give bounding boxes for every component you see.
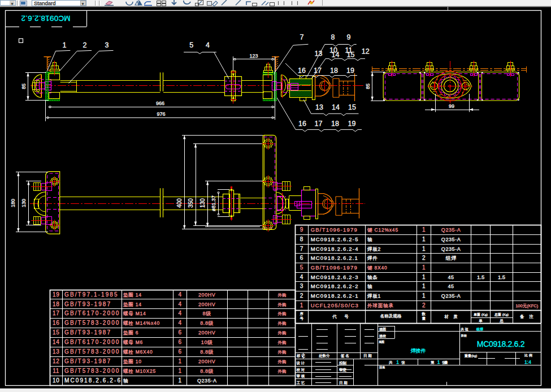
- svg-text:2: 2: [422, 255, 426, 261]
- svg-text:拟制: 拟制: [339, 361, 346, 365]
- svg-text:19: 19: [348, 120, 356, 128]
- svg-text:GB/T5783-2000: GB/T5783-2000: [64, 349, 120, 355]
- svg-text:MC0918.2.6.2-4: MC0918.2.6.2-4: [311, 246, 359, 252]
- svg-text:15: 15: [53, 329, 60, 336]
- svg-text:12: 12: [362, 47, 370, 55]
- svg-text:注: 注: [529, 314, 533, 319]
- svg-text:18: 18: [53, 301, 60, 307]
- svg-text:13: 13: [315, 103, 323, 111]
- svg-text:18: 18: [330, 67, 338, 75]
- svg-text:外购: 外购: [277, 359, 286, 364]
- svg-text:UCFL205/S0/C3: UCFL205/S0/C3: [311, 302, 359, 308]
- svg-text:单: 单: [479, 319, 483, 323]
- svg-text:2: 2: [300, 293, 303, 299]
- svg-text:数: 数: [422, 312, 426, 316]
- svg-text:8.8级: 8.8级: [200, 349, 214, 355]
- svg-text:13: 13: [315, 50, 323, 58]
- svg-text:4: 4: [179, 320, 182, 326]
- svg-text:350: 350: [188, 198, 194, 208]
- svg-text:键 C12%x45: 键 C12%x45: [367, 227, 398, 233]
- svg-text:45: 45: [448, 275, 454, 280]
- svg-text:2: 2: [422, 302, 426, 308]
- svg-text:18: 18: [331, 120, 339, 128]
- svg-text:85: 85: [365, 84, 371, 89]
- svg-text:序: 序: [300, 312, 304, 316]
- svg-text:轴: 轴: [367, 284, 372, 289]
- svg-text:GB/T5783-2000: GB/T5783-2000: [64, 320, 120, 326]
- svg-text:焊板1: 焊板1: [367, 293, 381, 299]
- svg-text:轴: 轴: [367, 237, 372, 242]
- svg-text:6: 6: [179, 329, 182, 336]
- svg-text:200HV: 200HV: [198, 330, 216, 336]
- svg-text:966: 966: [156, 101, 164, 106]
- svg-text:重量(kg): 重量(kg): [464, 354, 477, 358]
- svg-text:Q235-A: Q235-A: [441, 227, 461, 233]
- svg-text:垫圈 14: 垫圈 14: [123, 292, 142, 298]
- svg-text:MC0918.2.6.2-3: MC0918.2.6.2-3: [311, 274, 359, 280]
- svg-text:15: 15: [348, 103, 356, 111]
- svg-text:130: 130: [199, 198, 206, 208]
- svg-text:19: 19: [346, 67, 354, 75]
- svg-text:设 计: 设 计: [297, 361, 305, 365]
- svg-text:17: 17: [53, 310, 60, 316]
- svg-text:Q235-A: Q235-A: [441, 293, 461, 299]
- svg-text:外购: 外购: [277, 369, 286, 374]
- svg-text:100元(KFC): 100元(KFC): [515, 303, 539, 308]
- svg-text:3: 3: [300, 283, 303, 289]
- svg-text:外购: 外购: [277, 321, 286, 326]
- svg-text:外购: 外购: [277, 330, 286, 336]
- svg-text:8.8级: 8.8级: [200, 368, 214, 374]
- svg-text:8级: 8级: [203, 311, 211, 316]
- svg-text:1: 1: [422, 236, 426, 242]
- svg-text:Q235-A: Q235-A: [441, 237, 461, 242]
- svg-text:45: 45: [448, 284, 454, 289]
- svg-text:16: 16: [298, 67, 306, 75]
- svg-text:7: 7: [300, 33, 304, 41]
- svg-text:4: 4: [206, 41, 210, 49]
- svg-text:总重 (Kg): 总重 (Kg): [494, 312, 509, 316]
- svg-text:14: 14: [332, 103, 340, 111]
- svg-text:8.8级: 8.8级: [200, 320, 214, 326]
- svg-text:976: 976: [157, 111, 165, 117]
- svg-text:14: 14: [53, 339, 60, 345]
- svg-text:15: 15: [347, 51, 355, 59]
- svg-text:材: 材: [444, 314, 449, 319]
- svg-text:MC0918.2.6.2-1: MC0918.2.6.2-1: [311, 293, 359, 299]
- svg-text:名称及规格: 名称及规格: [380, 313, 402, 319]
- svg-text:第: 第: [431, 360, 435, 364]
- svg-text:螺栓 M14%x40: 螺栓 M14%x40: [123, 320, 160, 326]
- svg-text:GB/T6170-2000: GB/T6170-2000: [64, 310, 120, 316]
- svg-text:焊板2: 焊板2: [367, 246, 381, 252]
- svg-text:备: 备: [520, 314, 524, 319]
- svg-text:号: 号: [300, 316, 304, 320]
- svg-text:GB/T5783-2000: GB/T5783-2000: [64, 368, 120, 374]
- svg-text:描图: 描图: [379, 328, 386, 332]
- svg-text:9: 9: [300, 227, 303, 233]
- svg-text:阶段: 阶段: [461, 334, 467, 337]
- svg-text:总: 总: [499, 319, 504, 323]
- svg-text:5: 5: [189, 41, 193, 49]
- svg-text:GB/T1096-1979: GB/T1096-1979: [311, 264, 358, 271]
- svg-text:量: 量: [422, 316, 426, 320]
- svg-text:1: 1: [422, 283, 426, 289]
- svg-text:MC0918.2.6.2-6: MC0918.2.6.2-6: [64, 377, 122, 384]
- svg-text:标 记: 标 记: [296, 354, 305, 358]
- svg-text:工 艺: 工 艺: [297, 381, 305, 385]
- svg-text:号: 号: [344, 314, 349, 319]
- svg-text:1.5: 1.5: [498, 274, 505, 280]
- svg-text:12: 12: [53, 358, 60, 364]
- svg-text:签 名: 签 名: [341, 354, 349, 358]
- svg-text:比 例: 比 例: [524, 354, 532, 358]
- svg-text:ø81.37: ø81.37: [211, 195, 216, 211]
- svg-text:1: 1: [179, 368, 182, 374]
- svg-text:4: 4: [179, 310, 182, 316]
- svg-text:4: 4: [300, 274, 303, 280]
- svg-text:6: 6: [300, 255, 303, 261]
- svg-text:底图: 底图: [379, 340, 384, 344]
- svg-text:MC0918.2.6.2.1: MC0918.2.6.2.1: [311, 255, 358, 261]
- svg-text:GB/T97.1-1985: GB/T97.1-1985: [64, 291, 119, 298]
- svg-text:GB/T6170-2000: GB/T6170-2000: [64, 339, 120, 345]
- svg-text:共: 共: [389, 360, 393, 365]
- svg-text:外购: 外购: [277, 311, 286, 316]
- svg-text:审定: 审定: [339, 368, 347, 372]
